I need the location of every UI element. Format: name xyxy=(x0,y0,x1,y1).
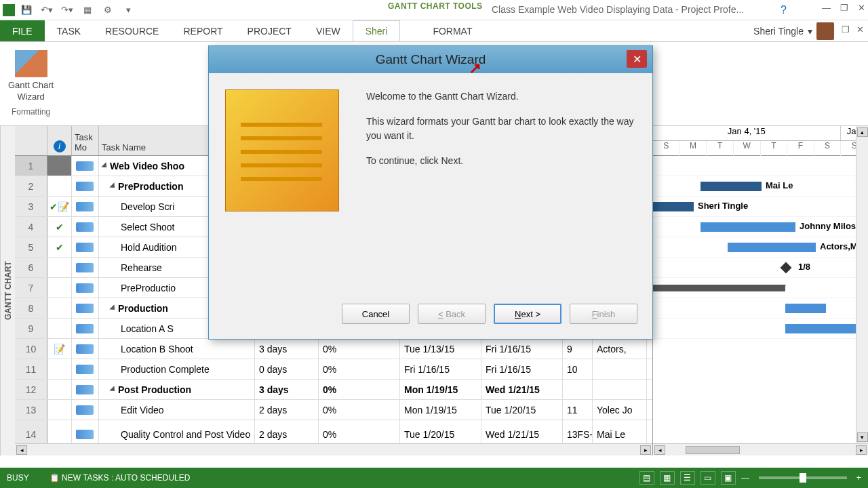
tab-format[interactable]: FORMAT xyxy=(420,20,484,41)
info-icon: i xyxy=(54,140,66,152)
view-resource-sheet-icon[interactable]: ▭ xyxy=(701,471,715,485)
scroll-down-icon: ▾ xyxy=(857,432,868,442)
col-task-mode[interactable]: Task Mo xyxy=(72,126,99,155)
ribbon-restore-icon[interactable]: ❐ xyxy=(842,24,850,35)
help-icon[interactable]: ? xyxy=(781,4,787,16)
restore-icon[interactable]: ❐ xyxy=(840,3,848,13)
tab-view[interactable]: VIEW xyxy=(304,20,353,41)
save-icon[interactable]: 💾 xyxy=(19,3,34,18)
table-row[interactable]: 13Edit Video2 days0%Mon 1/19/15Tue 1/20/… xyxy=(15,400,652,420)
quick-access-toolbar: 💾 ↶▾ ↷▾ ▦ ⚙ ▾ xyxy=(19,3,136,18)
day-label: T xyxy=(707,141,734,156)
wizard-illustration xyxy=(225,89,339,211)
gantt-bar[interactable] xyxy=(653,285,785,291)
horizontal-scrollbar[interactable]: ◂ ▸ xyxy=(653,443,868,455)
gantt-wizard-dialog: Gantt Chart Wizard ✕ Welcome to the Gant… xyxy=(208,45,653,340)
status-busy: BUSY xyxy=(7,473,29,483)
user-name: Sheri Tingle xyxy=(753,26,804,37)
view-team-planner-icon[interactable]: ☰ xyxy=(680,471,695,485)
grid-horizontal-scrollbar[interactable]: ◂ ▸ xyxy=(15,443,652,455)
scroll-left-icon: ◂ xyxy=(654,445,665,455)
user-account[interactable]: Sheri Tingle▾ xyxy=(753,22,834,40)
avatar xyxy=(816,22,834,40)
day-label: W xyxy=(734,141,761,156)
vertical-scrollbar[interactable]: ▴ ▾ xyxy=(856,126,868,443)
document-title: Class Example Web Video Displaying Data … xyxy=(492,4,744,15)
gantt-bar[interactable]: Mai Le xyxy=(701,182,762,191)
dialog-title: Gantt Chart Wizard xyxy=(376,52,486,67)
titlebar: 💾 ↶▾ ↷▾ ▦ ⚙ ▾ GANTT CHART TOOLS Class Ex… xyxy=(0,0,868,20)
window-controls: — ❐ ✕ xyxy=(822,3,865,13)
tab-file[interactable]: FILE xyxy=(0,20,45,41)
table-row[interactable]: 12Post Production3 days0%Mon 1/19/15Wed … xyxy=(15,380,652,400)
wizard-text: Welcome to the Gantt Chart Wizard. This … xyxy=(366,89,636,287)
ribbon-group-label: Formatting xyxy=(8,107,54,117)
gantt-bar[interactable]: Sheri Tingle xyxy=(653,202,694,211)
zoom-slider[interactable] xyxy=(759,476,847,479)
scroll-up-icon: ▴ xyxy=(857,127,868,137)
cancel-button[interactable]: Cancel xyxy=(342,304,410,324)
view-task-usage-icon[interactable]: ▦ xyxy=(660,471,675,485)
app-icon xyxy=(3,4,15,16)
table-row[interactable]: 11Production Complete0 days0%Fri 1/16/15… xyxy=(15,359,652,380)
tab-sheri[interactable]: Sheri xyxy=(353,20,401,41)
gantt-bar[interactable] xyxy=(785,304,826,313)
statusbar: BUSY 📋 NEW TASKS : AUTO SCHEDULED ▤ ▦ ☰ … xyxy=(0,468,868,488)
qat-icon[interactable]: ▦ xyxy=(80,3,95,18)
scroll-right-icon: ▸ xyxy=(640,445,651,455)
finish-button: Finish xyxy=(570,304,637,324)
ribbon-close-icon[interactable]: ✕ xyxy=(856,24,864,35)
dialog-close-button[interactable]: ✕ xyxy=(627,50,647,68)
scroll-right-icon: ▸ xyxy=(856,445,867,455)
tab-resource[interactable]: RESOURCE xyxy=(93,20,171,41)
timescale-week: Jan 4, '15 xyxy=(653,126,841,140)
customize-qat-icon[interactable]: ▾ xyxy=(121,3,136,18)
col-indicators[interactable]: i xyxy=(47,126,72,155)
gantt-bar[interactable]: Actors,Ma xyxy=(728,243,816,252)
gantt-bars[interactable]: Mai LeSheri TingleJohnny MilosevicActors… xyxy=(653,156,868,339)
day-label: S xyxy=(814,141,842,156)
gantt-bar[interactable]: Johnny Milosevic xyxy=(701,222,795,232)
gantt-wizard-icon[interactable] xyxy=(15,50,47,77)
view-label[interactable]: GANTT CHART xyxy=(0,126,15,455)
minimize-icon[interactable]: — xyxy=(822,3,831,13)
view-gantt-icon[interactable]: ▤ xyxy=(639,471,654,485)
tab-project[interactable]: PROJECT xyxy=(235,20,304,41)
gantt-bar[interactable] xyxy=(785,324,867,333)
ribbon-tabs: FILE TASK RESOURCE REPORT PROJECT VIEW S… xyxy=(0,20,868,42)
status-auto-schedule[interactable]: 📋 NEW TASKS : AUTO SCHEDULED xyxy=(50,473,191,483)
dialog-titlebar[interactable]: Gantt Chart Wizard ✕ xyxy=(209,46,652,73)
ribbon-group-formatting: Gantt ChartWizard Formatting xyxy=(3,45,59,123)
gantt-wizard-button[interactable]: Gantt ChartWizard xyxy=(8,80,54,103)
qat-icon-2[interactable]: ⚙ xyxy=(100,3,115,18)
zoom-out-icon[interactable]: — xyxy=(741,473,749,483)
undo-icon[interactable]: ↶▾ xyxy=(39,3,54,18)
scroll-left-icon: ◂ xyxy=(16,445,27,455)
tab-report[interactable]: REPORT xyxy=(171,20,235,41)
day-label: F xyxy=(787,141,814,156)
back-button: < Back xyxy=(418,304,486,324)
view-report-icon[interactable]: ▣ xyxy=(721,471,736,485)
gantt-timescale[interactable]: Jan 4, '15 Jan SMTWTFSS xyxy=(653,126,868,156)
zoom-in-icon[interactable]: + xyxy=(856,473,861,483)
table-row[interactable]: 10📝Location B Shoot3 days0%Tue 1/13/15Fr… xyxy=(15,339,652,359)
redo-icon[interactable]: ↷▾ xyxy=(60,3,75,18)
day-label: M xyxy=(680,141,707,156)
contextual-tab-label: GANTT CHART TOOLS xyxy=(388,1,483,11)
day-label: T xyxy=(761,141,788,156)
milestone-marker[interactable] xyxy=(781,262,792,274)
col-id[interactable] xyxy=(15,126,47,155)
day-label: S xyxy=(653,141,680,156)
gantt-chart: Jan 4, '15 Jan SMTWTFSS Mai LeSheri Ting… xyxy=(652,126,868,455)
tab-task[interactable]: TASK xyxy=(45,20,94,41)
close-icon[interactable]: ✕ xyxy=(858,3,865,13)
next-button[interactable]: Next > xyxy=(494,304,561,324)
